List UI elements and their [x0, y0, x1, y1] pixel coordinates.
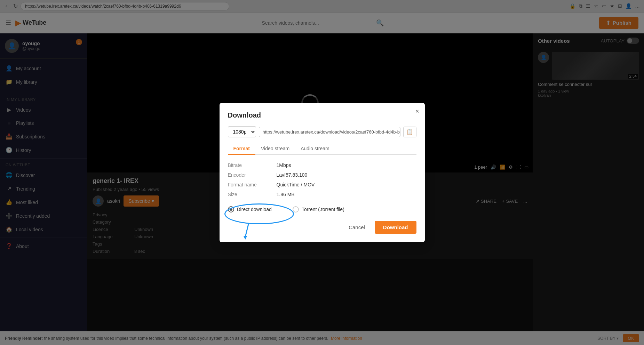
quality-select[interactable]: 1080p 720p 480p 360p 240p 144p — [228, 126, 256, 137]
copy-url-button[interactable]: 📋 — [403, 127, 416, 137]
svg-line-0 — [245, 223, 249, 237]
annotation-arrow — [242, 223, 263, 240]
format-name-value: QuickTime / MOV — [277, 182, 315, 187]
tab-video-stream[interactable]: Video stream — [255, 143, 295, 155]
modal-close-button[interactable]: × — [415, 108, 419, 115]
format-row-encoder: Encoder Lavf57.83.100 — [228, 170, 416, 180]
modal-url-row: 1080p 720p 480p 360p 240p 144p https://w… — [228, 126, 416, 137]
download-url: https://wetube.irex.aretex.ca/download/v… — [259, 127, 400, 137]
format-row-size: Size 1.86 MB — [228, 190, 416, 199]
svg-marker-1 — [244, 236, 247, 240]
format-name-label: Format name — [228, 182, 277, 187]
modal-title: Download — [228, 111, 416, 119]
tab-format[interactable]: Format — [228, 143, 255, 155]
download-options: Direct download Torrent (.torrent file) — [228, 206, 416, 212]
direct-download-option[interactable]: Direct download — [228, 206, 272, 212]
tab-audio-stream[interactable]: Audio stream — [295, 143, 335, 155]
download-modal: Download × 1080p 720p 480p 360p 240p 144… — [220, 103, 425, 242]
format-row-bitrate: Bitrate 1Mbps — [228, 160, 416, 170]
format-row-format-name: Format name QuickTime / MOV — [228, 180, 416, 190]
copy-icon: 📋 — [406, 129, 413, 135]
torrent-label: Torrent (.torrent file) — [302, 207, 344, 212]
modal-tabs: Format Video stream Audio stream — [228, 143, 416, 155]
download-button[interactable]: Download — [375, 221, 416, 234]
direct-download-radio[interactable] — [228, 206, 234, 212]
size-value: 1.86 MB — [277, 192, 295, 197]
torrent-radio[interactable] — [293, 206, 299, 212]
size-label: Size — [228, 192, 277, 197]
bitrate-label: Bitrate — [228, 162, 277, 168]
format-table: Bitrate 1Mbps Encoder Lavf57.83.100 Form… — [228, 160, 416, 199]
encoder-label: Encoder — [228, 172, 277, 178]
bitrate-value: 1Mbps — [277, 162, 291, 168]
encoder-value: Lavf57.83.100 — [277, 172, 308, 178]
direct-download-label: Direct download — [237, 207, 272, 212]
torrent-option[interactable]: Torrent (.torrent file) — [293, 206, 344, 212]
modal-overlay: Download × 1080p 720p 480p 360p 240p 144… — [0, 0, 644, 345]
cancel-button[interactable]: Cancel — [343, 221, 371, 234]
